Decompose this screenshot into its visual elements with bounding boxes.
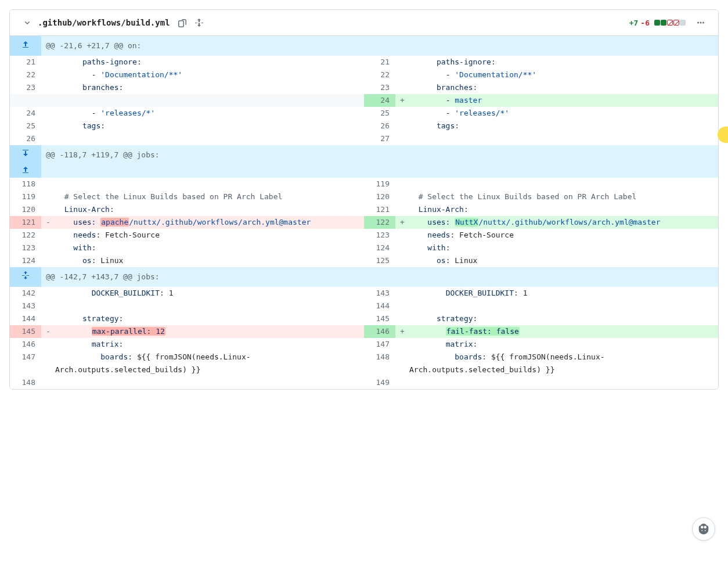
line-number-right[interactable]: 26 xyxy=(364,120,395,132)
code-line: # Select the Linux Builds based on PR Ar… xyxy=(55,190,364,203)
line-number-left[interactable]: 146 xyxy=(10,338,41,351)
line-number-right[interactable]: 122 xyxy=(364,216,395,229)
code-line xyxy=(55,300,364,312)
code-line: - 'releases/*' xyxy=(55,107,364,120)
line-number-right[interactable]: 149 xyxy=(364,376,395,389)
line-number-left[interactable]: 24 xyxy=(10,107,41,120)
code-line: Linux-Arch: xyxy=(55,203,364,216)
line-number-right[interactable]: 145 xyxy=(364,312,395,325)
code-line: matrix: xyxy=(55,338,364,351)
code-line: needs: Fetch-Source xyxy=(409,229,718,242)
code-line xyxy=(409,376,718,389)
addition-marker: + xyxy=(395,216,409,229)
line-number-right[interactable]: 23 xyxy=(364,81,395,94)
code-line: with: xyxy=(55,242,364,254)
line-number-left[interactable]: 147 xyxy=(10,351,41,376)
line-number-left[interactable]: 21 xyxy=(10,56,41,69)
hunk-header: @@ -142,7 +143,7 @@ jobs: xyxy=(41,267,718,287)
code-line: # Select the Linux Builds based on PR Ar… xyxy=(409,190,718,203)
code-line: paths-ignore: xyxy=(55,56,364,69)
line-number-left[interactable]: 143 xyxy=(10,300,41,312)
code-line xyxy=(55,132,364,145)
line-number-right[interactable]: 124 xyxy=(364,242,395,254)
line-number-right[interactable]: 143 xyxy=(364,287,395,300)
line-number-right[interactable]: 148 xyxy=(364,351,395,376)
code-line: matrix: xyxy=(409,338,718,351)
file-path[interactable]: .github/workflows/build.yml xyxy=(38,18,170,27)
code-line: tags: xyxy=(55,120,364,132)
line-number-left[interactable]: 148 xyxy=(10,376,41,389)
line-number-left[interactable]: 118 xyxy=(10,178,41,190)
line-number-right[interactable]: 119 xyxy=(364,178,395,190)
code-line-added: uses: NuttX/nuttx/.github/workflows/arch… xyxy=(409,216,718,229)
expand-up-button[interactable] xyxy=(10,36,41,52)
expand-all-button[interactable] xyxy=(191,15,207,31)
line-number-left[interactable]: 121 xyxy=(10,216,41,229)
diff-table: @@ -21,6 +21,7 @@ on:21 paths-ignore:21 … xyxy=(10,36,718,389)
expand-button[interactable] xyxy=(10,267,41,283)
line-number-left[interactable]: 123 xyxy=(10,242,41,254)
copy-icon xyxy=(178,18,188,27)
line-number-left[interactable]: 124 xyxy=(10,254,41,267)
code-line: with: xyxy=(409,242,718,254)
line-number-left[interactable]: 23 xyxy=(10,81,41,94)
addition-marker: + xyxy=(395,94,409,107)
code-line: strategy: xyxy=(55,312,364,325)
code-line-added: fail-fast: false xyxy=(409,325,718,338)
line-number-left[interactable]: 22 xyxy=(10,69,41,81)
line-number-right[interactable]: 121 xyxy=(364,203,395,216)
code-line: branches: xyxy=(55,81,364,94)
line-number-left[interactable]: 144 xyxy=(10,312,41,325)
side-annotation[interactable] xyxy=(718,127,728,143)
code-line xyxy=(55,178,364,190)
diff-blocks xyxy=(654,20,686,26)
diff-stats: +7 -6 xyxy=(629,19,686,27)
copy-path-button[interactable] xyxy=(175,15,191,31)
line-number-left[interactable]: 26 xyxy=(10,132,41,145)
code-line: branches: xyxy=(409,81,718,94)
line-number-right[interactable]: 21 xyxy=(364,56,395,69)
expand-both-button[interactable] xyxy=(10,145,41,161)
line-number-left[interactable]: 120 xyxy=(10,203,41,216)
chevron-down-icon xyxy=(23,18,32,27)
file-menu-button[interactable] xyxy=(693,15,709,31)
hunk-header: @@ -21,6 +21,7 @@ on: xyxy=(41,36,718,56)
code-line xyxy=(409,300,718,312)
line-number-right[interactable]: 144 xyxy=(364,300,395,312)
collapse-file-button[interactable] xyxy=(19,16,35,30)
code-line: - 'releases/*' xyxy=(409,107,718,120)
additions-count: +7 xyxy=(629,19,639,27)
line-number-right[interactable]: 22 xyxy=(364,69,395,81)
code-line: - 'Documentation/**' xyxy=(55,69,364,81)
unfold-icon xyxy=(194,18,204,27)
line-number-right[interactable]: 24 xyxy=(364,94,395,107)
line-number-right[interactable]: 120 xyxy=(364,190,395,203)
deletion-marker: - xyxy=(41,216,55,229)
line-number-left[interactable]: 25 xyxy=(10,120,41,132)
deletion-marker: - xyxy=(41,325,55,338)
addition-marker: + xyxy=(395,325,409,338)
diff-file: .github/workflows/build.yml +7 -6 @@ -21… xyxy=(9,9,719,390)
code-line: - 'Documentation/**' xyxy=(409,69,718,81)
hunk-header: @@ -118,7 +119,7 @@ jobs: xyxy=(41,145,718,178)
line-number-left[interactable]: 142 xyxy=(10,287,41,300)
code-line-deleted: uses: apache/nuttx/.github/workflows/arc… xyxy=(55,216,364,229)
line-number-right[interactable]: 147 xyxy=(364,338,395,351)
code-line xyxy=(409,178,718,190)
line-number-right[interactable]: 27 xyxy=(364,132,395,145)
code-line: os: Linux xyxy=(409,254,718,267)
code-line: DOCKER_BUILDKIT: 1 xyxy=(409,287,718,300)
line-number-left[interactable]: 122 xyxy=(10,229,41,242)
code-line xyxy=(409,132,718,145)
line-number-left[interactable]: 145 xyxy=(10,325,41,338)
line-number-left[interactable]: 119 xyxy=(10,190,41,203)
line-number-right[interactable]: 123 xyxy=(364,229,395,242)
code-line: needs: Fetch-Source xyxy=(55,229,364,242)
line-number-right[interactable]: 25 xyxy=(364,107,395,120)
expand-both-button[interactable] xyxy=(10,161,41,178)
code-line: Linux-Arch: xyxy=(409,203,718,216)
line-number-right[interactable]: 146 xyxy=(364,325,395,338)
line-number-right[interactable]: 125 xyxy=(364,254,395,267)
code-line: boards: ${{ fromJSON(needs.Linux-Arch.ou… xyxy=(409,351,718,376)
code-line: strategy: xyxy=(409,312,718,325)
